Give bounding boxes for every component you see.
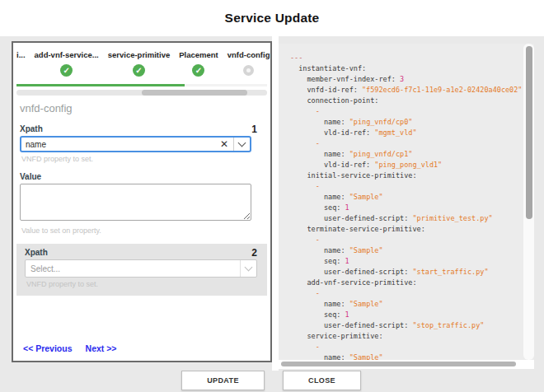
radio-current-step-icon (243, 65, 254, 76)
value-field-header: Value (20, 172, 264, 181)
yaml-line: --- (290, 53, 534, 63)
yaml-line: - (290, 288, 534, 299)
yaml-line: user-defined-script: "stop_traffic.py" (290, 320, 534, 331)
field-number-2: 2 (251, 249, 257, 257)
next-link[interactable]: Next >> (86, 343, 117, 353)
tab-label: service-primitive (108, 50, 171, 59)
yaml-line: seq: 1 (290, 256, 534, 267)
panel-divider (272, 36, 279, 371)
wizard-tab-placement[interactable]: Placement✓ (179, 50, 218, 77)
tab-label: Placement (179, 50, 218, 59)
wizard-progress-fill (16, 84, 185, 86)
tab-label: i... (16, 50, 26, 59)
xpath-combobox[interactable]: ✕ (20, 136, 251, 152)
yaml-line: user-defined-script: "start_traffic.py" (290, 267, 534, 278)
yaml-line: add-vnf-service-primitive: (290, 278, 534, 288)
yaml-line: name: "Sample" (290, 299, 534, 310)
yaml-line: service-primitive: (290, 331, 534, 342)
wizard-nav: << Previous Next >> (23, 343, 117, 353)
yaml-line: vld-id-ref: "ping_pong_vld1" (290, 160, 534, 170)
yaml-line: name: "ping_vnfd/cp1" (290, 149, 534, 160)
chevron-down-icon[interactable] (241, 267, 256, 270)
yaml-line: - (290, 106, 534, 117)
xpath-2-field-header: Xpath 2 (25, 248, 257, 257)
wizard-panel: i...add-vnf-service...✓service-primitive… (12, 41, 272, 362)
close-button[interactable]: CLOSE (283, 371, 361, 390)
yaml-line: name: "Sample" (290, 352, 534, 360)
wizard-step-body: vnfd-config Xpath 1 ✕ VNFD property to s… (13, 96, 270, 296)
yaml-line: name: "Sample" (290, 245, 534, 256)
yaml-line: seq: 1 (290, 310, 534, 320)
section-title: vnfd-config (20, 102, 264, 114)
yaml-line: - (290, 181, 534, 192)
value-textarea[interactable] (20, 184, 251, 221)
yaml-line: seq: 1 (290, 203, 534, 213)
yaml-line: initial-service-primitive: (290, 170, 534, 181)
tabs-scrollbar-thumb[interactable] (142, 90, 247, 96)
yaml-line: - (290, 342, 534, 352)
yaml-line: name: "Sample" (290, 192, 534, 203)
wizard-tab-i[interactable]: i... (16, 50, 26, 59)
horizontal-scrollbar[interactable] (279, 360, 534, 369)
yaml-line: vnfd-id-ref: "f592ecd6-f7c1-11e9-a1e2-02… (290, 85, 534, 96)
xpath-2-hint: VNFD property to set. (26, 280, 257, 288)
xpath-2-select[interactable]: Select... (25, 259, 257, 278)
tab-label: add-vnf-service... (35, 50, 99, 59)
value-hint: Value to set on property. (21, 226, 264, 235)
yaml-line: terminate-service-primitive: (290, 224, 534, 235)
wizard-tab-add-vnf-service[interactable]: add-vnf-service...✓ (35, 50, 99, 77)
xpath-input[interactable] (21, 140, 215, 149)
title-bar: Service Update (0, 0, 544, 36)
wizard-tab-service-primitive[interactable]: service-primitive✓ (108, 50, 171, 77)
tab-label: vnfd-config (227, 50, 270, 59)
xpath-field-header: Xpath 1 (20, 124, 264, 133)
yaml-line: member-vnf-index-ref: 3 (290, 74, 534, 85)
yaml-preview-panel: --- instantiate-vnf: member-vnf-index-re… (279, 44, 534, 360)
yaml-line: vld-id-ref: "mgmt_vld" (290, 128, 534, 138)
check-icon: ✓ (133, 64, 145, 77)
check-icon: ✓ (60, 64, 73, 77)
yaml-line: name: "ping_vnfd/cp0" (290, 117, 534, 128)
yaml-line: connection-point: (290, 96, 534, 106)
xpath-hint: VNFD property to set. (21, 155, 264, 163)
xpath-2-label: Xpath (25, 248, 48, 257)
check-icon: ✓ (192, 64, 204, 77)
chevron-down-icon[interactable] (234, 142, 250, 146)
update-button[interactable]: UPDATE (181, 371, 265, 390)
horizontal-scrollbar-thumb[interactable] (281, 362, 516, 366)
wizard-tabs: i...add-vnf-service...✓service-primitive… (13, 43, 270, 77)
field-number-1: 1 (251, 125, 257, 133)
previous-link[interactable]: << Previous (23, 343, 73, 353)
vertical-scrollbar-thumb[interactable] (526, 46, 532, 219)
yaml-line: - (290, 138, 534, 149)
wizard-progress-bar (16, 84, 267, 86)
clear-icon[interactable]: ✕ (215, 138, 233, 151)
yaml-line: instantiate-vnf: (290, 63, 534, 74)
tabs-scrollbar[interactable] (16, 90, 267, 96)
yaml-line: user-defined-script: "primitive_test.py" (290, 213, 534, 224)
xpath-2-section: Xpath 2 Select... VNFD property to set. (16, 244, 267, 296)
xpath-2-select-placeholder: Select... (26, 264, 240, 273)
xpath-label: Xpath (20, 124, 43, 133)
yaml-code: --- instantiate-vnf: member-vnf-index-re… (279, 44, 534, 360)
value-label: Value (20, 172, 41, 181)
vertical-scrollbar[interactable] (523, 44, 534, 360)
page-title: Service Update (225, 11, 320, 26)
yaml-line: - (290, 235, 534, 245)
wizard-tab-vnfd-config[interactable]: vnfd-config (227, 50, 270, 76)
